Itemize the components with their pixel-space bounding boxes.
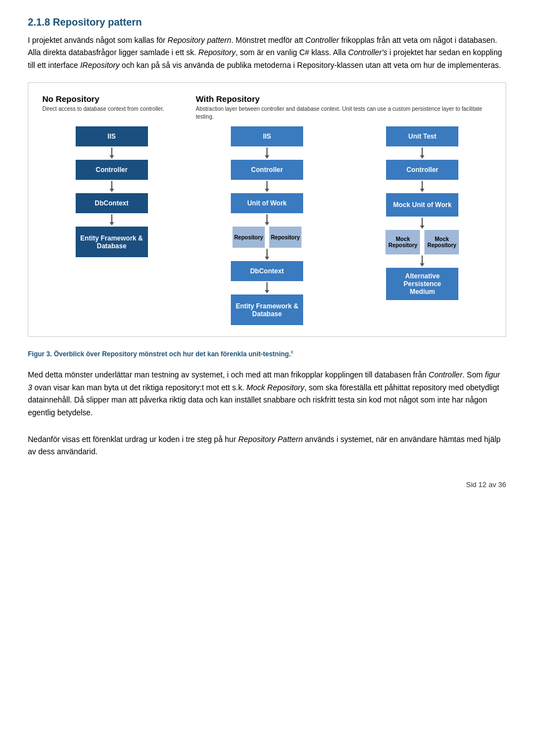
p1-italic3: Repository (199, 48, 236, 57)
diagram-figure: No Repository Direct access to database … (28, 82, 506, 337)
diagram-header: No Repository Direct access to database … (39, 94, 495, 121)
col2-dbcontext-box: DbContext (231, 261, 303, 281)
col1-arrow3 (110, 214, 114, 225)
p2-rest: . Som (462, 370, 484, 379)
p3-italic: Repository Pattern (238, 435, 303, 444)
p1-italic4: Controller's (348, 48, 387, 57)
col3-unit-test: Unit Test Controller Mock Unit of Work M… (350, 126, 495, 300)
p2-text: Med detta mönster underlättar man testni… (28, 370, 429, 379)
col2-arrow5 (265, 282, 269, 293)
col2-entity-box: Entity Framework & Database (231, 294, 303, 325)
col1-controller-box: Controller (76, 160, 148, 180)
col3-arrow1 (420, 148, 424, 159)
col1-dbcontext-box: DbContext (76, 193, 148, 213)
col2-controller-box: Controller (231, 160, 303, 180)
col2-uow-box: Unit of Work (231, 193, 303, 213)
p1-italic2: Controller (305, 36, 339, 45)
col3-controller-box: Controller (386, 160, 458, 180)
p2-rest2: ovan visar kan man byta ut det riktiga r… (32, 383, 246, 392)
p1-rest3: , som är en vanlig C# klass. Alla (236, 48, 348, 57)
figure-caption: Figur 3. Överblick över Repository mönst… (28, 348, 506, 360)
p1-italic: Repository pattern (167, 36, 231, 45)
col2-iis-box: IIS (231, 126, 303, 146)
col1-iis-box: IIS (76, 126, 148, 146)
p1-text: I projektet används något som kallas för (28, 36, 167, 45)
section-heading: 2.1.8 Repository pattern (28, 17, 506, 28)
with-repo-desc: Abstraction layer between controller and… (196, 105, 492, 121)
with-repo-title: With Repository (196, 94, 492, 104)
no-repo-desc: Direct access to database context from c… (42, 105, 190, 113)
col3-mock-uow-box: Mock Unit of Work (386, 193, 458, 217)
col3-alt-box: Alternative Persistence Medium (386, 268, 458, 300)
with-repo-section-header: With Repository Abstraction layer betwee… (193, 94, 495, 121)
col3-unittest-box: Unit Test (386, 126, 458, 146)
page-number: Sid 12 av 36 (28, 480, 506, 489)
paragraph-3: Nedanför visas ett förenklat urdrag ur k… (28, 433, 506, 458)
figure-caption-text: Figur 3. Överblick över Repository mönst… (28, 350, 291, 358)
p1-rest: . Mönstret medför att (231, 36, 305, 45)
col3-mock-repo1-box: Mock Repository (385, 230, 420, 254)
col3-mock-repos-row: Mock Repository Mock Repository (385, 230, 459, 254)
col2-repo1-box: Repository (233, 227, 265, 248)
col1-arrow2 (110, 181, 114, 192)
p1-rest5: och kan på så vis använda de publika met… (120, 61, 501, 70)
p3-text: Nedanför visas ett förenklat urdrag ur k… (28, 435, 238, 444)
paragraph-1: I projektet används något som kallas för… (28, 34, 506, 71)
no-repo-title: No Repository (42, 94, 190, 104)
no-repo-section-header: No Repository Direct access to database … (39, 94, 193, 121)
figure-sup: x (291, 349, 294, 355)
col1-entity-box: Entity Framework & Database (76, 227, 148, 257)
p1-italic5: IRepository (80, 61, 120, 70)
paragraph-2: Med detta mönster underlättar man testni… (28, 369, 506, 419)
col2-arrow3 (265, 214, 269, 225)
col2-arrow4 (265, 249, 269, 260)
col3-mock-repo2-box: Mock Repository (424, 230, 459, 254)
col1-arrow1 (110, 148, 114, 159)
col2-repo2-box: Repository (269, 227, 301, 248)
col2-arrow1 (265, 148, 269, 159)
p2-italic: Controller (429, 370, 463, 379)
col3-arrow3 (420, 218, 424, 229)
col3-arrow2 (420, 181, 424, 192)
col2-repos-row: Repository Repository (233, 227, 301, 248)
col2-with-repo: IIS Controller Unit of Work Repository R… (195, 126, 339, 325)
col2-arrow2 (265, 181, 269, 192)
diagram-body: IIS Controller DbContext Entity Framewor… (39, 126, 495, 325)
col3-arrow4 (420, 256, 424, 267)
col1-no-repo: IIS Controller DbContext Entity Framewor… (39, 126, 184, 257)
p2-italic3: Mock Repository (246, 383, 304, 392)
